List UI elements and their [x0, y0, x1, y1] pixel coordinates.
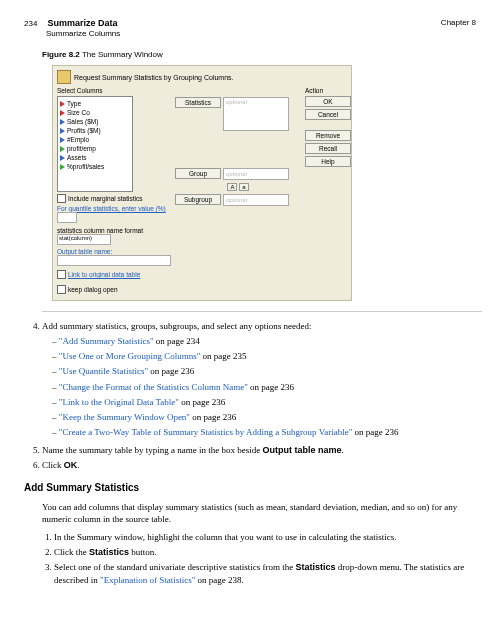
- checkbox-icon[interactable]: [57, 285, 66, 294]
- formula-icon: [60, 164, 65, 170]
- case-upper-button[interactable]: A: [227, 183, 237, 191]
- col-format-label: statistics column name format: [57, 227, 171, 234]
- remove-button[interactable]: Remove: [305, 130, 351, 141]
- page-header: 234 Summarize Data Summarize Columns Cha…: [24, 18, 476, 38]
- section-intro: You can add columns that display summary…: [42, 501, 476, 525]
- include-marginal-row[interactable]: Include marginal statistics: [57, 194, 171, 203]
- numeric-icon: [60, 119, 65, 125]
- section-heading: Add Summary Statistics: [24, 481, 476, 495]
- figure-caption: Figure 8.2 The Summary Window: [42, 50, 476, 59]
- checkbox-icon[interactable]: [57, 270, 66, 279]
- numeric-icon: [60, 137, 65, 143]
- link-two-way[interactable]: "Create a Two-Way Table of Summary Stati…: [59, 427, 353, 437]
- help-button[interactable]: Help: [305, 156, 351, 167]
- recall-button[interactable]: Recall: [305, 143, 351, 154]
- columns-listbox[interactable]: Type Size Co Sales ($M) Profits ($M) #Em…: [57, 96, 133, 192]
- formula-icon: [60, 146, 65, 152]
- link-grouping-cols[interactable]: "Use One or More Grouping Columns": [59, 351, 201, 361]
- section-steps: In the Summary window, highlight the col…: [42, 531, 476, 586]
- quantile-label: For quantile statistics, enter value (%): [57, 205, 171, 212]
- keep-open-row[interactable]: keep dialog open: [57, 285, 347, 294]
- page-number: 234: [24, 19, 37, 28]
- summary-window-dialog: Request Summary Statistics by Grouping C…: [52, 65, 352, 301]
- step-6: Click OK.: [42, 459, 476, 471]
- col-format-dropdown[interactable]: stat(column): [57, 234, 111, 245]
- sec-step-1: In the Summary window, highlight the col…: [54, 531, 476, 543]
- ok-button[interactable]: OK: [305, 96, 351, 107]
- subgroup-button[interactable]: Subgroup: [175, 194, 221, 205]
- case-lower-button[interactable]: a: [239, 183, 248, 191]
- sec-step-3: Select one of the standard univariate de…: [54, 561, 476, 585]
- numeric-icon: [60, 155, 65, 161]
- statistics-button[interactable]: Statistics: [175, 97, 221, 108]
- cancel-button[interactable]: Cancel: [305, 109, 351, 120]
- link-original-row[interactable]: Link to original data table: [57, 270, 171, 279]
- checkbox-icon[interactable]: [57, 194, 66, 203]
- header-title: Summarize Data: [47, 18, 117, 28]
- link-quantile[interactable]: "Use Quantile Statistics": [59, 366, 148, 376]
- subgroup-target[interactable]: optional: [223, 194, 289, 206]
- link-keep-open[interactable]: "Keep the Summary Window Open": [59, 412, 190, 422]
- output-table-label: Output table name:: [57, 248, 171, 255]
- sec-step-2: Click the Statistics button.: [54, 546, 476, 558]
- header-subtitle: Summarize Columns: [46, 29, 120, 38]
- output-table-input[interactable]: [57, 255, 171, 266]
- link-add-summary[interactable]: "Add Summary Statistics": [59, 336, 154, 346]
- type-icon: [60, 101, 65, 107]
- step-4-sublist: "Add Summary Statistics" on page 234 "Us…: [52, 335, 476, 438]
- dialog-icon: [57, 70, 71, 84]
- divider: [42, 311, 482, 312]
- quantile-input[interactable]: [57, 212, 77, 223]
- statistics-target[interactable]: optional: [223, 97, 289, 131]
- step-list: Add summary statistics, groups, subgroup…: [42, 320, 476, 471]
- link-explanation[interactable]: "Explanation of Statistics": [100, 575, 195, 585]
- action-label: Action: [305, 87, 347, 94]
- chapter-label: Chapter 8: [441, 18, 476, 27]
- dialog-title: Request Summary Statistics by Grouping C…: [74, 74, 234, 81]
- group-target[interactable]: optional: [223, 168, 289, 180]
- step-5: Name the summary table by typing a name …: [42, 444, 476, 456]
- type-icon: [60, 110, 65, 116]
- group-button[interactable]: Group: [175, 168, 221, 179]
- link-col-format[interactable]: "Change the Format of the Statistics Col…: [59, 382, 248, 392]
- link-orig-table[interactable]: "Link to the Original Data Table": [59, 397, 179, 407]
- step-4: Add summary statistics, groups, subgroup…: [42, 320, 476, 438]
- select-columns-label: Select Columns: [57, 87, 171, 94]
- numeric-icon: [60, 128, 65, 134]
